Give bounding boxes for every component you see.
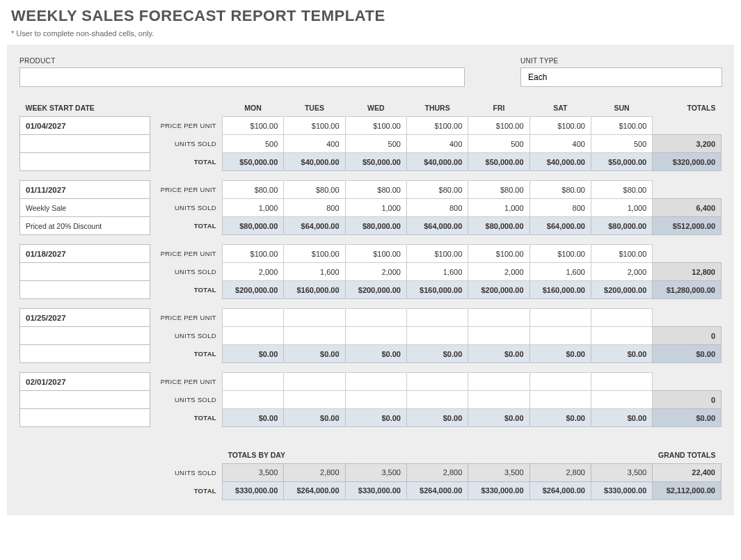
price-sun[interactable]: [591, 373, 652, 391]
unit-type-input[interactable]: [520, 67, 722, 87]
units-wed[interactable]: [345, 327, 406, 345]
units-sat[interactable]: [529, 327, 591, 345]
price-sat[interactable]: $100.00: [529, 245, 591, 263]
units-thurs[interactable]: 1,600: [406, 263, 468, 281]
price-wed[interactable]: $80.00: [345, 181, 406, 199]
units-thurs[interactable]: 400: [406, 135, 468, 153]
units-sun[interactable]: 2,000: [591, 263, 652, 281]
week-date-input[interactable]: 01/18/2027: [20, 245, 150, 263]
total-sat: $0.00: [529, 409, 591, 427]
week-note-line-2[interactable]: [20, 409, 150, 427]
price-thurs[interactable]: $100.00: [406, 245, 468, 263]
summary-units-fri: 3,500: [468, 463, 529, 481]
units-mon[interactable]: 500: [222, 135, 283, 153]
price-sun[interactable]: $80.00: [591, 181, 652, 199]
week-note-line-2[interactable]: [20, 345, 150, 363]
units-sold-label: UNITS SOLD: [150, 199, 223, 217]
units-fri[interactable]: [468, 327, 529, 345]
price-tues[interactable]: $80.00: [284, 181, 345, 199]
price-mon[interactable]: $100.00: [222, 245, 283, 263]
units-week-total: 0: [653, 327, 722, 345]
week-note-line-1[interactable]: [20, 263, 150, 281]
units-mon[interactable]: 1,000: [222, 199, 283, 217]
price-fri[interactable]: $80.00: [468, 181, 529, 199]
units-sat[interactable]: [529, 391, 591, 409]
total-label: TOTAL: [150, 345, 223, 363]
total-fri: $50,000.00: [468, 153, 529, 171]
price-wed[interactable]: $100.00: [345, 245, 406, 263]
total-mon: $80,000.00: [222, 217, 283, 235]
units-wed[interactable]: 2,000: [345, 263, 406, 281]
units-wed[interactable]: 1,000: [345, 199, 406, 217]
week-note-line-2[interactable]: [20, 153, 150, 171]
product-input[interactable]: [19, 67, 465, 87]
price-wed[interactable]: [345, 373, 406, 391]
price-sun[interactable]: $100.00: [591, 245, 652, 263]
price-mon[interactable]: [222, 373, 283, 391]
units-wed[interactable]: 500: [345, 135, 406, 153]
price-sun[interactable]: [591, 309, 652, 327]
units-sat[interactable]: 800: [529, 199, 591, 217]
units-mon[interactable]: 2,000: [222, 263, 283, 281]
units-fri[interactable]: 1,000: [468, 199, 529, 217]
units-tues[interactable]: [284, 391, 345, 409]
units-tues[interactable]: [284, 327, 345, 345]
units-sun[interactable]: [591, 327, 652, 345]
week-note-line-1[interactable]: [20, 391, 150, 409]
total-wed: $80,000.00: [345, 217, 406, 235]
units-fri[interactable]: 2,000: [468, 263, 529, 281]
units-sat[interactable]: 1,600: [529, 263, 591, 281]
units-fri[interactable]: 500: [468, 135, 529, 153]
price-fri[interactable]: [468, 309, 529, 327]
units-thurs[interactable]: [406, 391, 468, 409]
price-tues[interactable]: [284, 373, 345, 391]
summary-total-wed: $330,000.00: [345, 481, 406, 499]
units-tues[interactable]: 400: [284, 135, 345, 153]
units-sun[interactable]: 500: [591, 135, 652, 153]
units-thurs[interactable]: [406, 327, 468, 345]
price-mon[interactable]: $80.00: [222, 181, 283, 199]
price-sat[interactable]: [529, 373, 591, 391]
units-wed[interactable]: [345, 391, 406, 409]
week-date-input[interactable]: 01/25/2027: [20, 309, 150, 327]
units-sun[interactable]: 1,000: [591, 199, 652, 217]
price-sat[interactable]: [529, 309, 591, 327]
price-fri[interactable]: $100.00: [468, 117, 529, 135]
week-note-line-2[interactable]: Priced at 20% Discount: [20, 217, 150, 235]
week-note-line-1[interactable]: Weekly Sale: [20, 199, 150, 217]
price-sat[interactable]: $100.00: [529, 117, 591, 135]
price-tues[interactable]: $100.00: [284, 245, 345, 263]
price-sat[interactable]: $80.00: [529, 181, 591, 199]
total-thurs: $40,000.00: [406, 153, 468, 171]
units-fri[interactable]: [468, 391, 529, 409]
price-mon[interactable]: $100.00: [222, 117, 283, 135]
price-thurs[interactable]: [406, 309, 468, 327]
week-note-line-2[interactable]: [20, 281, 150, 299]
price-tues[interactable]: [284, 309, 345, 327]
units-thurs[interactable]: 800: [406, 199, 468, 217]
units-mon[interactable]: [222, 391, 283, 409]
price-tues[interactable]: $100.00: [284, 117, 345, 135]
price-thurs[interactable]: $100.00: [406, 117, 468, 135]
price-fri[interactable]: [468, 373, 529, 391]
price-thurs[interactable]: [406, 373, 468, 391]
total-tues: $40,000.00: [284, 153, 345, 171]
price-wed[interactable]: $100.00: [345, 117, 406, 135]
week-note-line-1[interactable]: [20, 135, 150, 153]
units-tues[interactable]: 800: [284, 199, 345, 217]
week-note-line-1[interactable]: [20, 327, 150, 345]
week-date-input[interactable]: 01/11/2027: [20, 181, 150, 199]
price-sun[interactable]: $100.00: [591, 117, 652, 135]
price-wed[interactable]: [345, 309, 406, 327]
units-sun[interactable]: [591, 391, 652, 409]
price-thurs[interactable]: $80.00: [406, 181, 468, 199]
summary-total-tues: $264,000.00: [284, 481, 345, 499]
units-mon[interactable]: [222, 327, 283, 345]
week-date-input[interactable]: 01/04/2027: [20, 117, 150, 135]
week-date-input[interactable]: 02/01/2027: [20, 373, 150, 391]
units-tues[interactable]: 1,600: [284, 263, 345, 281]
summary-total-fri: $330,000.00: [468, 481, 529, 499]
units-sat[interactable]: 400: [529, 135, 591, 153]
price-mon[interactable]: [222, 309, 283, 327]
price-fri[interactable]: $100.00: [468, 245, 529, 263]
